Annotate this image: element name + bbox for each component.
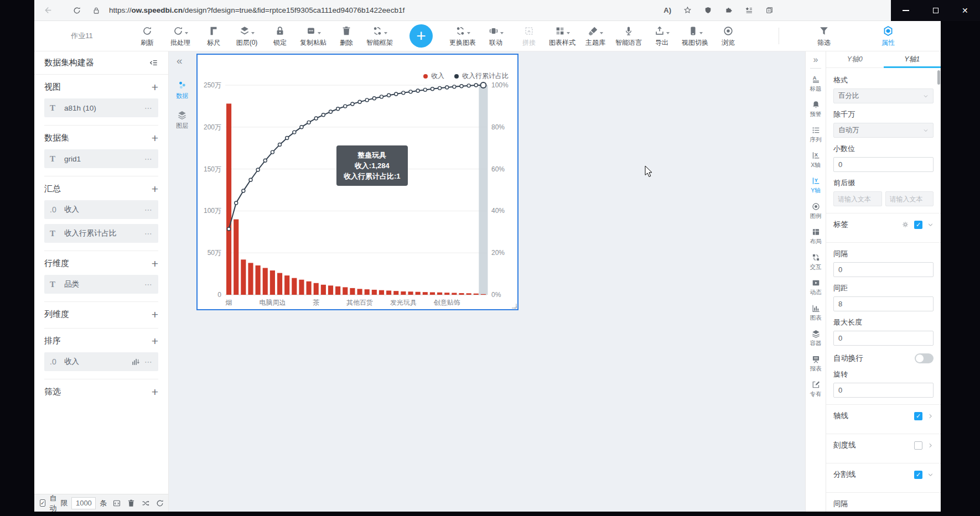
more-options-icon[interactable]: ⋯ <box>144 205 153 214</box>
rail-item-chart[interactable]: 图表 <box>810 300 822 325</box>
design-canvas[interactable]: « 数据 图层 250万100%200万80%150万60%100万40%50万… <box>169 51 805 512</box>
tab-y-axis-0[interactable]: Y轴0 <box>826 51 884 67</box>
toolbar-button-splice[interactable]: 拼接 <box>512 24 546 48</box>
expand-panel-icon[interactable]: » <box>813 55 818 65</box>
rail-item-exclusive[interactable]: 专有 <box>810 376 822 402</box>
toolbar-button-filter[interactable]: 筛选 <box>806 24 842 48</box>
rail-item-layout[interactable]: 布局 <box>810 223 822 249</box>
auto-checkbox[interactable]: ✓ <box>40 499 45 507</box>
add-field-button[interactable]: + <box>152 183 158 195</box>
canvas-tab-data[interactable]: 数据 <box>173 80 191 100</box>
rail-item-x-axis[interactable]: X轴 <box>810 147 822 173</box>
field-pill[interactable]: T grid1 ⋯ <box>44 149 158 168</box>
add-field-button[interactable]: + <box>152 81 158 93</box>
legend-item[interactable]: 收入 <box>423 71 444 81</box>
more-options-icon[interactable]: ⋯ <box>144 280 153 289</box>
format-select[interactable]: 百分比 <box>833 88 934 103</box>
toolbar-button-browse[interactable]: 浏览 <box>712 24 745 48</box>
toolbar-button-delete[interactable]: 删除 <box>330 24 363 48</box>
toolbar-button-change-chart[interactable]: 更换图表 <box>446 24 479 48</box>
collapse-sidebar-icon[interactable] <box>149 58 158 67</box>
more-options-icon[interactable]: ⋯ <box>144 229 153 238</box>
gear-icon[interactable] <box>901 221 909 228</box>
toolbar-button-lock[interactable]: 锁定 <box>263 24 297 48</box>
minimize-button[interactable] <box>903 10 909 11</box>
add-field-button[interactable]: + <box>152 335 158 347</box>
rail-item-y-axis[interactable]: Y轴 <box>810 173 822 198</box>
label-checkbox[interactable]: ✓ <box>914 221 922 229</box>
sql-window-icon[interactable] <box>112 499 121 508</box>
rail-item-interaction[interactable]: 交互 <box>810 249 822 274</box>
tab-y-axis-1[interactable]: Y轴1 <box>884 51 941 67</box>
read-aloud-icon[interactable]: A) <box>663 6 671 14</box>
add-field-button[interactable]: + <box>152 309 158 320</box>
axis-line-checkbox[interactable]: ✓ <box>914 412 922 420</box>
toolbar-button-linkage[interactable]: 联动 <box>479 24 512 48</box>
rail-item-legend[interactable]: 图例 <box>810 198 822 223</box>
decimals-input[interactable] <box>833 157 934 172</box>
toolbar-button-copy-paste[interactable]: 复制粘贴 <box>297 24 330 48</box>
tracking-shield-icon[interactable] <box>704 6 712 14</box>
rail-item-series[interactable]: 序列 <box>810 122 822 147</box>
rail-item-title[interactable]: 标题 <box>810 71 822 96</box>
split-line-checkbox[interactable]: ✓ <box>914 471 922 479</box>
maximize-button[interactable] <box>933 8 938 13</box>
field-pill[interactable]: .0 收入 ⋯ <box>44 352 158 371</box>
limit-input[interactable] <box>71 497 96 509</box>
toolbar-button-chart-style[interactable]: 图表样式 <box>546 24 579 48</box>
favorites-star-icon[interactable] <box>683 6 692 14</box>
prefix-input[interactable] <box>833 191 882 206</box>
axis-line-section-header[interactable]: 轴线 ✓ <box>833 405 934 427</box>
spacing-input[interactable] <box>833 296 934 311</box>
toolbar-button-export[interactable]: 导出 <box>645 24 678 48</box>
canvas-tab-layer[interactable]: 图层 <box>173 110 191 130</box>
toolbar-button-smart-frame[interactable]: 智能框架 <box>363 24 396 48</box>
rail-item-dynamic[interactable]: 动态 <box>810 274 822 300</box>
add-chart-button[interactable]: + <box>409 24 433 48</box>
split-line-section-header[interactable]: 分割线 ✓ <box>833 463 934 486</box>
toolbar-button-properties[interactable]: 属性 <box>870 24 906 48</box>
add-field-button[interactable]: + <box>152 132 158 144</box>
chevron-right-icon[interactable] <box>927 413 934 419</box>
toolbar-button-ruler[interactable]: 标尺 <box>197 24 230 48</box>
clear-trash-icon[interactable] <box>127 499 136 508</box>
toolbar-button-smart-voice[interactable]: 智能语言 <box>612 24 645 48</box>
suffix-input[interactable] <box>885 191 934 206</box>
toolbar-button-batch[interactable]: 批处理 <box>164 24 197 48</box>
add-field-button[interactable]: + <box>152 386 158 398</box>
extensions-puzzle-icon[interactable] <box>724 6 733 14</box>
toolbar-button-view-switch[interactable]: 视图切换 <box>678 24 712 48</box>
field-pill[interactable]: .0 收入 ⋯ <box>44 200 158 219</box>
resize-handle[interactable] <box>511 303 517 309</box>
chevron-right-icon[interactable] <box>927 442 934 449</box>
max-length-input[interactable] <box>833 331 934 346</box>
favorites-bar-icon[interactable] <box>745 6 753 14</box>
collections-icon[interactable] <box>765 6 774 14</box>
scrollbar-thumb[interactable] <box>937 70 940 85</box>
rail-item-alert[interactable]: 预警 <box>810 96 822 122</box>
rail-item-container[interactable]: 容器 <box>810 325 822 351</box>
label-section-header[interactable]: 标签 ✓ <box>833 213 934 236</box>
more-options-icon[interactable]: ⋯ <box>144 103 153 112</box>
reset-refresh-icon[interactable] <box>155 499 164 508</box>
shuffle-icon[interactable] <box>141 499 150 508</box>
field-pill[interactable]: T a81h (10) ⋯ <box>44 98 158 117</box>
chevron-down-icon[interactable] <box>927 472 934 478</box>
close-button[interactable]: ✕ <box>962 7 968 14</box>
add-field-button[interactable]: + <box>152 258 158 269</box>
tick-line-section-header[interactable]: 刻度线 ✓ <box>833 434 934 456</box>
more-options-icon[interactable]: ⋯ <box>144 357 153 366</box>
pareto-chart-widget[interactable]: 250万100%200万80%150万60%100万40%50万20%00%烟电… <box>196 54 518 310</box>
divide-select[interactable]: 自动万 <box>833 123 934 138</box>
chevron-down-icon[interactable] <box>927 222 934 228</box>
back-icon[interactable] <box>43 6 53 15</box>
address-bar[interactable]: https://ow.speedbi.cn/design?fdesign=tru… <box>109 6 405 14</box>
collapse-panel-icon[interactable]: « <box>177 55 183 67</box>
field-pill[interactable]: T 品类 ⋯ <box>44 275 158 294</box>
more-options-icon[interactable]: ⋯ <box>144 154 153 163</box>
rail-item-report[interactable]: 报表 <box>810 351 822 376</box>
gap-input[interactable] <box>833 262 934 277</box>
rotate-input[interactable] <box>833 383 934 398</box>
toolbar-button-layers[interactable]: 图层(0) <box>230 24 263 48</box>
tick-line-checkbox[interactable]: ✓ <box>914 441 922 450</box>
